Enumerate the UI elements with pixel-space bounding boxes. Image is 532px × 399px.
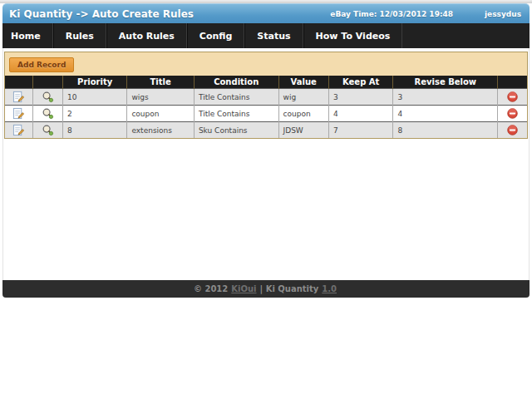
delete-icon[interactable] — [506, 107, 519, 120]
main-content: Add Record Priority Title Condition Valu — [2, 48, 530, 280]
keep-at-cell: 7 — [328, 122, 392, 139]
title-cell: coupon — [127, 106, 195, 122]
priority-cell: 2 — [62, 106, 126, 122]
footer-middle-text: | Ki Quantity — [260, 284, 319, 293]
title-cell: wigs — [127, 89, 195, 106]
kioui-link[interactable]: KiOui — [231, 284, 256, 293]
delete-icon[interactable] — [506, 124, 519, 136]
app-header: Ki Quantity -> Auto Create Rules eBay Ti… — [2, 3, 530, 23]
nav-item-status[interactable]: Status — [244, 23, 303, 48]
delete-cell[interactable] — [498, 106, 527, 122]
col-priority: Priority — [62, 76, 126, 89]
condition-cell: Title Contains — [194, 106, 278, 122]
table-row: 10wigsTitle Containswig33 — [5, 89, 527, 106]
nav-item-home[interactable]: Home — [2, 23, 53, 48]
col-view — [32, 76, 62, 89]
table-body: 10wigsTitle Containswig332couponTitle Co… — [5, 89, 527, 139]
table-row: 2couponTitle Containscoupon44 — [5, 106, 527, 122]
col-revise-below: Revise Below — [393, 76, 498, 89]
delete-cell[interactable] — [498, 122, 527, 139]
edit-cell[interactable] — [5, 122, 32, 139]
col-condition: Condition — [194, 76, 278, 89]
revise-below-cell: 3 — [393, 89, 498, 106]
col-title: Title — [127, 76, 195, 89]
col-delete — [498, 76, 527, 89]
zoom-icon[interactable] — [42, 91, 54, 103]
version-link[interactable]: 1.0 — [322, 284, 337, 293]
zoom-icon[interactable] — [42, 107, 54, 120]
keep-at-cell: 4 — [328, 106, 392, 122]
revise-below-cell: 4 — [393, 106, 498, 122]
zoom-cell[interactable] — [32, 106, 62, 122]
nav-item-auto-rules[interactable]: Auto Rules — [106, 23, 187, 48]
rules-table: Priority Title Condition Value Keep At R… — [5, 76, 527, 138]
add-record-button[interactable]: Add Record — [9, 57, 74, 72]
table-row: 8extensionsSku ContainsJDSW78 — [5, 122, 527, 139]
col-edit — [5, 76, 32, 89]
zoom-icon[interactable] — [42, 124, 54, 136]
ebay-time-label: eBay Time: 12/03/2012 19:48 — [330, 10, 453, 18]
title-cell: extensions — [127, 122, 195, 139]
table-header-row: Priority Title Condition Value Keep At R… — [5, 76, 527, 89]
nav-bar: Home Rules Auto Rules Config Status How … — [2, 23, 530, 48]
zoom-cell[interactable] — [32, 89, 62, 106]
delete-cell[interactable] — [498, 89, 527, 106]
toolbar: Add Record — [5, 52, 527, 76]
nav-item-rules[interactable]: Rules — [53, 23, 106, 48]
edit-icon[interactable] — [12, 107, 25, 120]
col-value: Value — [278, 76, 328, 89]
condition-cell: Sku Contains — [194, 122, 278, 139]
value-cell: coupon — [278, 106, 328, 122]
edit-icon[interactable] — [12, 91, 25, 103]
nav-item-config[interactable]: Config — [187, 23, 245, 48]
value-cell: JDSW — [278, 122, 328, 139]
username-label: jessydus — [485, 10, 521, 18]
copyright-text: © 2012 — [194, 284, 228, 293]
edit-cell[interactable] — [5, 89, 32, 106]
nav-item-how-to-videos[interactable]: How To Videos — [303, 23, 403, 48]
priority-cell: 8 — [62, 122, 126, 139]
rules-panel: Add Record Priority Title Condition Valu — [4, 52, 528, 139]
edit-cell[interactable] — [5, 106, 32, 122]
zoom-cell[interactable] — [32, 122, 62, 139]
value-cell: wig — [278, 89, 328, 106]
delete-icon[interactable] — [506, 91, 519, 103]
page-container: Ki Quantity -> Auto Create Rules eBay Ti… — [2, 3, 530, 298]
col-keep-at: Keep At — [328, 76, 392, 89]
priority-cell: 10 — [62, 89, 126, 106]
keep-at-cell: 3 — [328, 89, 392, 106]
revise-below-cell: 8 — [393, 122, 498, 139]
footer-bar: © 2012 KiOui | Ki Quantity 1.0 — [2, 280, 530, 298]
condition-cell: Title Contains — [194, 89, 278, 106]
page-title: Ki Quantity -> Auto Create Rules — [9, 8, 194, 20]
edit-icon[interactable] — [12, 124, 25, 136]
